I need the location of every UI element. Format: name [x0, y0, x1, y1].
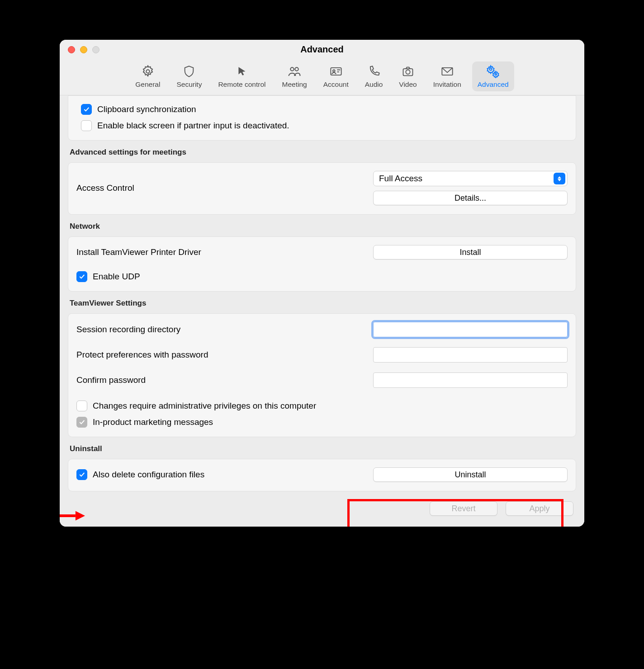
camera-icon [400, 64, 416, 79]
confirm-pw-label: Confirm password [76, 375, 368, 385]
panel-uninstall: Also delete configuration files Uninstal… [68, 459, 576, 491]
titlebar: Advanced [60, 40, 584, 59]
protect-pw-label: Protect preferences with password [76, 350, 368, 360]
window-controls [68, 46, 99, 53]
phone-icon [366, 64, 382, 79]
preferences-window: Advanced General Security Remote control [60, 40, 584, 527]
footer-buttons: Revert Apply [60, 491, 584, 518]
uninstall-section-title: Uninstall [70, 444, 576, 453]
svg-point-8 [490, 68, 492, 71]
gears-icon [485, 64, 501, 79]
install-printer-label: Install TeamViewer Printer Driver [76, 247, 368, 257]
clipboard-sync-label: Clipboard synchronization [97, 104, 568, 114]
tab-general[interactable]: General [130, 61, 166, 91]
access-control-label: Access Control [76, 183, 368, 193]
envelope-icon [440, 64, 455, 79]
session-dir-label: Session recording directory [76, 325, 368, 334]
tab-label: Security [176, 80, 202, 89]
svg-point-1 [290, 67, 294, 71]
tab-remote-control[interactable]: Remote control [213, 61, 271, 91]
people-icon [287, 64, 302, 79]
svg-point-0 [146, 70, 150, 73]
tv-settings-section-title: TeamViewer Settings [70, 299, 576, 308]
cursor-icon [234, 64, 250, 79]
svg-point-2 [295, 67, 298, 71]
close-window-button[interactable] [68, 46, 75, 53]
access-control-select[interactable]: Full Access [373, 171, 568, 186]
content-area: Clipboard synchronization Enable black s… [60, 95, 584, 527]
tab-label: Video [399, 80, 417, 89]
tab-audio[interactable]: Audio [360, 61, 388, 91]
marketing-label: In-product marketing messages [93, 417, 568, 427]
session-dir-input[interactable] [373, 322, 568, 337]
admin-priv-checkbox[interactable] [76, 400, 87, 411]
svg-point-4 [333, 70, 335, 72]
clipboard-sync-checkbox[interactable] [81, 104, 92, 115]
details-button[interactable]: Details... [373, 191, 568, 205]
panel-advanced-top: Clipboard synchronization Enable black s… [68, 95, 576, 141]
confirm-pw-input[interactable] [373, 372, 568, 388]
meetings-section-title: Advanced settings for meetings [70, 148, 576, 157]
select-caret-icon [554, 173, 565, 184]
uninstall-button[interactable]: Uninstall [373, 467, 568, 482]
id-card-icon [328, 64, 344, 79]
apply-button[interactable]: Apply [506, 501, 573, 516]
tab-security[interactable]: Security [171, 61, 207, 91]
protect-pw-input[interactable] [373, 347, 568, 363]
tab-meeting[interactable]: Meeting [277, 61, 313, 91]
delete-config-label: Also delete configuration files [93, 470, 368, 480]
svg-point-6 [406, 70, 410, 74]
tab-label: Advanced [478, 80, 509, 89]
panel-network: Install TeamViewer Printer Driver Instal… [68, 236, 576, 292]
tab-video[interactable]: Video [393, 61, 422, 91]
tab-label: Remote control [218, 80, 265, 89]
window-title: Advanced [300, 44, 344, 55]
enable-udp-checkbox[interactable] [76, 271, 87, 282]
tab-label: Meeting [282, 80, 307, 89]
gear-icon [140, 64, 156, 79]
svg-point-9 [495, 73, 497, 75]
tab-account[interactable]: Account [318, 61, 354, 91]
tab-label: Account [323, 80, 349, 89]
tab-label: General [135, 80, 160, 89]
black-screen-label: Enable black screen if partner input is … [97, 121, 568, 131]
panel-tv-settings: Session recording directory Protect pref… [68, 313, 576, 437]
black-screen-checkbox[interactable] [81, 120, 92, 131]
panel-meetings: Access Control Full Access Details... [68, 162, 576, 215]
install-button[interactable]: Install [373, 245, 568, 259]
tab-advanced[interactable]: Advanced [472, 61, 514, 91]
access-control-value: Full Access [379, 174, 422, 184]
marketing-checkbox [76, 417, 87, 428]
tab-invitation[interactable]: Invitation [428, 61, 467, 91]
shield-icon [181, 64, 197, 79]
network-section-title: Network [70, 222, 576, 231]
tab-label: Audio [365, 80, 383, 89]
zoom-window-button[interactable] [92, 46, 99, 53]
delete-config-checkbox[interactable] [76, 469, 87, 480]
enable-udp-label: Enable UDP [93, 272, 568, 282]
tab-label: Invitation [433, 80, 461, 89]
admin-priv-label: Changes require administrative privilege… [93, 401, 568, 411]
toolbar-tabs: General Security Remote control Meeting … [60, 59, 584, 95]
minimize-window-button[interactable] [80, 46, 87, 53]
revert-button[interactable]: Revert [430, 501, 497, 516]
